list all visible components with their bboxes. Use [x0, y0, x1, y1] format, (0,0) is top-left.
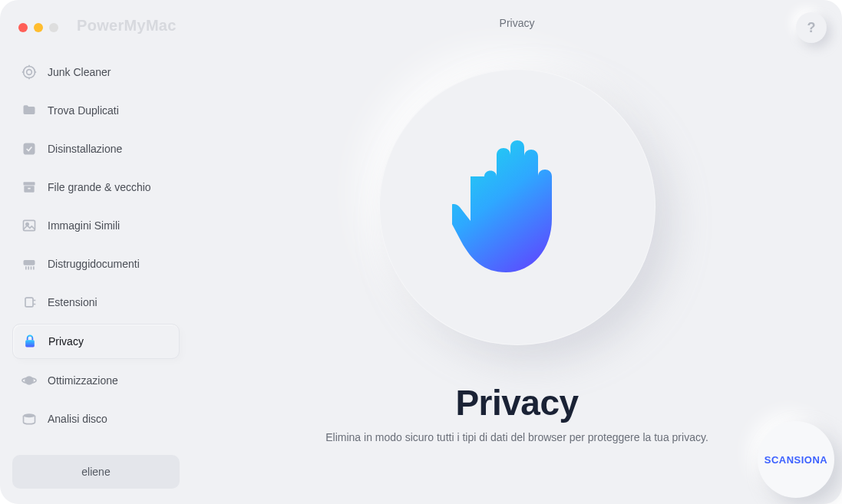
sidebar-item-label: Distruggidocumenti: [48, 258, 140, 270]
main-content: Privacy ? Privacy Elimina i: [192, 0, 842, 504]
hand-stop-icon: [452, 130, 583, 284]
sidebar-item-label: Analisi disco: [48, 413, 107, 425]
app-title: PowerMyMac: [77, 17, 177, 35]
sidebar-item-immagini-simili[interactable]: Immagini Simili: [12, 209, 180, 242]
maximize-window-button[interactable]: [49, 23, 58, 32]
scan-button-label: SCANSIONA: [764, 454, 828, 466]
target-icon: [21, 64, 37, 80]
svg-rect-6: [24, 143, 35, 155]
close-window-button[interactable]: [18, 23, 28, 32]
main-description: Elimina in modo sicuro tutti i tipi di d…: [325, 431, 708, 443]
sidebar-item-label: Immagini Simili: [48, 219, 120, 232]
sidebar-item-label: Junk Cleaner: [48, 66, 111, 78]
annotation-arrow-icon: [837, 321, 842, 443]
svg-point-0: [24, 67, 35, 78]
sidebar-item-label: Ottimizzazione: [48, 374, 118, 387]
sidebar-item-ottimizzazione[interactable]: Ottimizzazione: [12, 364, 180, 397]
sidebar-item-label: Disinstallazione: [48, 143, 122, 155]
sidebar-item-junk-cleaner[interactable]: Junk Cleaner: [12, 55, 180, 89]
sidebar-item-label: File grande & vecchio: [48, 181, 151, 193]
sidebar-item-analisi-disco[interactable]: Analisi disco: [12, 402, 180, 436]
sidebar-item-disinstallazione[interactable]: Disinstallazione: [12, 132, 180, 166]
traffic-lights: [18, 23, 58, 32]
sidebar-item-label: Privacy: [48, 335, 84, 348]
hero-illustration: [379, 69, 655, 345]
image-icon: [21, 218, 37, 233]
archive-box-icon: [21, 180, 37, 195]
disk-icon: [21, 411, 37, 427]
user-account-button[interactable]: eliene: [12, 455, 180, 489]
svg-rect-12: [24, 260, 35, 265]
sidebar-item-privacy[interactable]: Privacy: [12, 324, 180, 359]
folder-icon: [21, 103, 37, 118]
sidebar-item-distruggidocumenti[interactable]: Distruggidocumenti: [12, 247, 180, 281]
plugin-icon: [21, 295, 37, 310]
page-title: Privacy: [500, 17, 535, 29]
planet-icon: [21, 373, 37, 388]
sidebar-item-trova-duplicati[interactable]: Trova Duplicati: [12, 94, 180, 127]
app-window: PowerMyMac Junk Cleaner Trova Duplicati: [0, 0, 842, 504]
app-icon: [21, 141, 37, 156]
question-mark-icon: ?: [807, 20, 816, 36]
svg-point-1: [27, 70, 32, 75]
shredder-icon: [21, 256, 37, 272]
lock-icon: [22, 334, 38, 349]
help-button[interactable]: ?: [796, 12, 827, 43]
main-title: Privacy: [455, 382, 578, 423]
scan-button[interactable]: SCANSIONA: [758, 421, 834, 498]
svg-rect-17: [25, 298, 33, 307]
sidebar-item-file-grande-vecchio[interactable]: File grande & vecchio: [12, 170, 180, 204]
sidebar-item-label: Estensioni: [48, 296, 97, 308]
user-name-label: eliene: [81, 466, 110, 478]
sidebar-item-estensioni[interactable]: Estensioni: [12, 285, 180, 319]
minimize-window-button[interactable]: [34, 23, 43, 32]
svg-rect-10: [24, 220, 35, 230]
sidebar: Junk Cleaner Trova Duplicati Disinstalla…: [0, 0, 192, 504]
sidebar-items: Junk Cleaner Trova Duplicati Disinstalla…: [0, 55, 192, 455]
svg-rect-7: [24, 182, 35, 185]
sidebar-item-label: Trova Duplicati: [48, 104, 119, 117]
svg-rect-18: [25, 340, 35, 347]
svg-point-21: [24, 413, 35, 417]
